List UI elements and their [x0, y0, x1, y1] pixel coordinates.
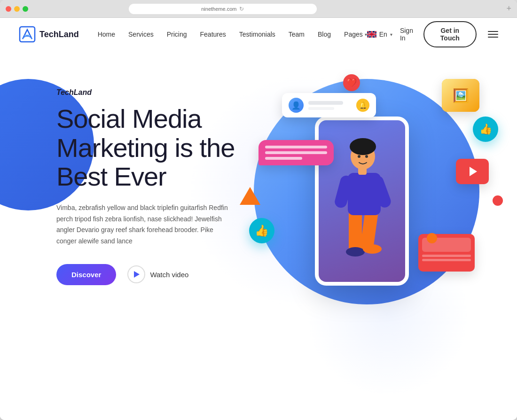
minimize-dot[interactable]	[14, 6, 20, 12]
photo-card: 🖼️	[442, 79, 479, 112]
browser-dots	[6, 6, 28, 12]
nav-pricing[interactable]: Pricing	[167, 31, 187, 38]
bell-icon: 🔔	[356, 99, 369, 112]
hamburger-line	[488, 37, 498, 38]
illustration-area: ❤️ 👤 🔔 🖼️ 👍	[235, 65, 498, 347]
heart-badge: ❤️	[343, 74, 360, 91]
hero-content: TechLand Social Media Marketing is the B…	[56, 88, 235, 285]
hamburger-menu[interactable]	[488, 31, 498, 38]
svg-point-22	[365, 155, 368, 158]
close-dot[interactable]	[6, 6, 11, 12]
chat-line	[265, 157, 302, 160]
photo-thumbnail: 🖼️	[442, 79, 479, 112]
hamburger-line	[488, 31, 498, 32]
chat-bubble	[258, 140, 334, 165]
play-triangle-icon	[134, 271, 140, 278]
chat-line	[265, 151, 327, 154]
play-button[interactable]	[127, 265, 145, 283]
navbar: TechLand Home Services Pricing Features …	[0, 18, 517, 51]
triangle-decoration	[240, 187, 260, 205]
logo-icon	[19, 26, 36, 43]
nav-team[interactable]: Team	[289, 31, 305, 38]
new-tab-button[interactable]: +	[506, 4, 511, 14]
discover-button[interactable]: Discover	[56, 264, 116, 285]
nav-services[interactable]: Services	[128, 31, 154, 38]
nav-testimonials[interactable]: Testimonials	[239, 31, 275, 38]
nav-pages[interactable]: Pages ▾	[344, 31, 367, 38]
refresh-icon[interactable]: ↻	[239, 6, 244, 12]
svg-point-13	[346, 247, 365, 257]
youtube-play-icon	[470, 167, 477, 176]
thumbs-up-right: 👍	[473, 117, 498, 142]
watch-video-link[interactable]: Watch video	[127, 265, 188, 283]
person-illustration	[324, 131, 400, 272]
notification-avatar: 👤	[289, 98, 304, 113]
get-in-touch-button[interactable]: Get in Touch	[423, 21, 477, 47]
nav-home[interactable]: Home	[98, 31, 115, 38]
maximize-dot[interactable]	[23, 6, 28, 12]
hero-title: Social Media Marketing is the Best Ever	[56, 104, 235, 191]
thumbs-up-left: 👍	[249, 218, 274, 243]
flag-icon	[367, 31, 376, 38]
svg-point-14	[363, 244, 382, 254]
person-icon: 👤	[291, 101, 301, 110]
notification-line-1	[308, 101, 343, 105]
hamburger-line	[488, 34, 498, 35]
hero-actions: Discover Watch video	[56, 264, 235, 285]
nav-right: En ▾ Sign In Get in Touch	[367, 21, 498, 47]
notification-line-2	[308, 107, 334, 110]
youtube-card	[456, 159, 489, 184]
browser-window: ninetheme.com ↻ + TechLand Home Services…	[0, 0, 517, 420]
sign-in-link[interactable]: Sign In	[400, 27, 416, 42]
svg-point-20	[350, 138, 376, 155]
address-bar[interactable]: ninetheme.com ↻	[129, 4, 317, 14]
nav-links: Home Services Pricing Features Testimoni…	[98, 31, 367, 38]
svg-point-21	[358, 155, 360, 158]
website-content: TechLand Home Services Pricing Features …	[0, 18, 517, 420]
notification-lines	[308, 101, 352, 110]
svg-rect-11	[349, 210, 362, 253]
hero-brand: TechLand	[56, 88, 235, 97]
address-text: ninetheme.com	[201, 6, 236, 12]
browser-titlebar: ninetheme.com ↻ +	[0, 0, 517, 18]
email-line	[422, 255, 471, 257]
chat-line	[265, 146, 327, 148]
nav-blog[interactable]: Blog	[318, 31, 331, 38]
hero-section: TechLand Social Media Marketing is the B…	[0, 51, 517, 420]
orange-dot	[427, 233, 437, 243]
red-dot	[493, 195, 503, 206]
lang-chevron-icon: ▾	[390, 32, 392, 37]
email-line	[422, 259, 471, 261]
hero-description: Vimba, zebrafish yellow and black triple…	[56, 202, 235, 247]
notification-card: 👤 🔔	[282, 93, 376, 117]
logo-text: TechLand	[39, 30, 79, 39]
logo[interactable]: TechLand	[19, 26, 79, 43]
nav-features[interactable]: Features	[200, 31, 226, 38]
language-selector[interactable]: En ▾	[367, 31, 392, 38]
